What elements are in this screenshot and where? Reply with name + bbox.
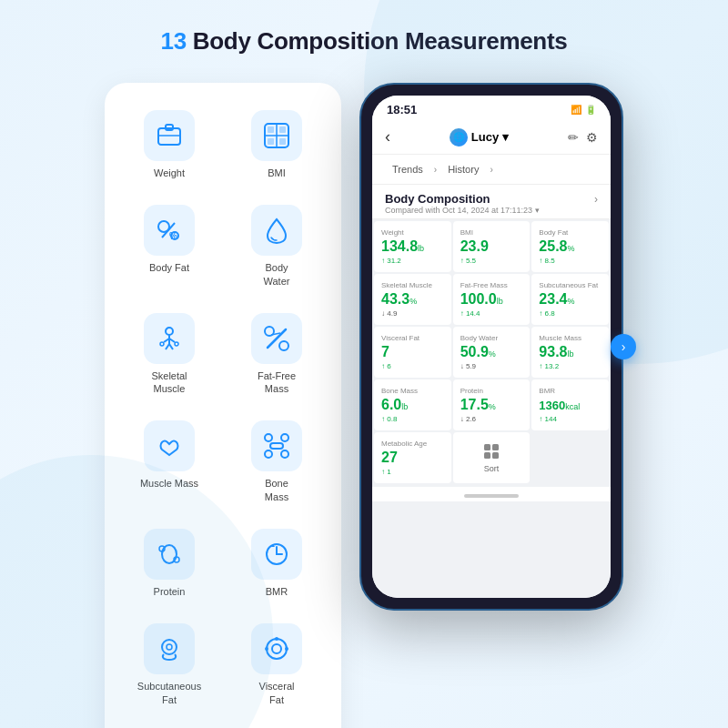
section-arrow[interactable]: › — [594, 193, 598, 206]
tab-bar: Trends › History › — [372, 155, 611, 185]
svg-rect-37 — [484, 452, 490, 459]
metric-muscle-mass[interactable]: Muscle Mass 93.8lb ↑ 13.2 — [531, 327, 609, 378]
svg-rect-36 — [492, 444, 499, 450]
svg-point-21 — [265, 450, 272, 458]
metric-bmr-value: 1360kcal — [539, 397, 602, 413]
weight-label: Weight — [154, 167, 185, 179]
user-info[interactable]: 🌐 Lucy ▾ — [450, 128, 509, 147]
metric-metabolic-age-change: ↑ 1 — [381, 468, 444, 476]
metric-subcutaneous-fat-change: ↑ 6.8 — [539, 309, 602, 318]
svg-rect-7 — [279, 126, 286, 133]
edit-icon[interactable]: ✏ — [568, 130, 579, 145]
battery-icon: 🔋 — [585, 105, 596, 115]
phone-screen: 18:51 📶 🔋 ‹ 🌐 Lucy ▾ — [372, 96, 611, 598]
svg-point-18 — [279, 341, 288, 350]
metric-body-fat[interactable]: Body Fat 25.8% ↑ 8.5 — [531, 221, 609, 272]
metric-bmr[interactable]: BMR 1360kcal ↑ 144 — [531, 379, 609, 430]
svg-point-22 — [281, 450, 288, 458]
phone-wrapper: 18:51 📶 🔋 ‹ 🌐 Lucy ▾ — [359, 83, 623, 611]
metric-bmi[interactable]: BMI 23.9 ↑ 5.5 — [453, 221, 531, 272]
metric-body-fat-label: Body Fat — [539, 228, 602, 237]
section-title: Body Composition — [385, 192, 490, 206]
icon-item-weight: Weight — [119, 101, 219, 188]
phone-mockup: 18:51 📶 🔋 ‹ 🌐 Lucy ▾ — [359, 83, 623, 611]
svg-point-32 — [285, 647, 288, 651]
icon-item-skeletal-muscle: SkeletalMuscle — [119, 304, 219, 405]
metric-muscle-mass-value: 93.8lb — [539, 344, 602, 360]
metric-metabolic-age[interactable]: Metabolic Age 27 ↑ 1 — [374, 432, 451, 483]
metric-weight-value: 134.8lb — [381, 238, 444, 255]
title-number: 13 — [161, 27, 187, 55]
metric-fat-free-mass-value: 100.0lb — [460, 291, 523, 308]
metric-visceral-fat-change: ↑ 6 — [381, 362, 444, 370]
metric-metabolic-age-value: 27 — [381, 450, 444, 466]
user-dropdown-arrow: ▾ — [502, 130, 509, 144]
metric-subcutaneous-fat-value: 23.4% — [539, 291, 602, 308]
metric-weight-change: ↑ 31.2 — [381, 257, 444, 265]
metric-weight-label: Weight — [381, 228, 444, 237]
metric-bmr-change: ↑ 144 — [539, 415, 602, 423]
dropdown-icon: ▾ — [535, 206, 540, 215]
skeletal-muscle-icon — [144, 313, 195, 364]
metric-body-water[interactable]: Body Water 50.9% ↓ 5.9 — [453, 327, 531, 378]
metric-bone-mass-value: 6.0lb — [381, 397, 444, 413]
metric-bone-mass-label: Bone Mass — [381, 387, 444, 395]
skeletal-muscle-label: SkeletalMuscle — [151, 369, 187, 396]
metric-fat-free-mass[interactable]: Fat-Free Mass 100.0lb ↑ 14.4 — [453, 274, 531, 325]
metric-protein-value: 17.5% — [460, 397, 523, 413]
metric-skeletal-muscle-change: ↓ 4.9 — [381, 309, 444, 318]
status-icons: 📶 🔋 — [571, 105, 596, 115]
svg-point-15 — [160, 342, 164, 346]
icon-item-body-water: BodyWater — [227, 196, 327, 297]
metric-body-fat-change: ↑ 8.5 — [539, 257, 602, 265]
icon-item-bone-mass: BoneMass — [227, 411, 327, 512]
tab-history[interactable]: History — [440, 160, 486, 178]
metrics-grid: Weight 134.8lb ↑ 31.2 BMI 23.9 ↑ 5.5 Bod… — [372, 219, 611, 432]
status-time: 18:51 — [387, 103, 417, 116]
svg-point-16 — [175, 342, 178, 346]
section-subtitle: Compared with Oct 14, 2024 at 17:11:23 ▾ — [385, 206, 598, 215]
icon-item-bmi: BMI — [227, 101, 327, 188]
metric-fat-free-mass-change: ↑ 14.4 — [460, 309, 523, 318]
tab-arrow-2: › — [490, 165, 492, 175]
metric-subcutaneous-fat[interactable]: Subcutaneous Fat 23.4% ↑ 6.8 — [531, 274, 609, 325]
svg-point-14 — [166, 328, 173, 335]
metric-protein[interactable]: Protein 17.5% ↓ 2.6 — [453, 379, 531, 430]
metric-body-water-label: Body Water — [460, 334, 523, 342]
user-name: Lucy — [471, 130, 499, 144]
metric-bmi-label: BMI — [460, 228, 523, 237]
bmi-label: BMI — [268, 167, 286, 179]
metrics-scroll[interactable]: Weight 134.8lb ↑ 31.2 BMI 23.9 ↑ 5.5 Bod… — [372, 219, 611, 598]
svg-rect-9 — [279, 138, 286, 145]
settings-icon[interactable]: ⚙ — [586, 130, 598, 145]
nav-bar: ‹ 🌐 Lucy ▾ ✏ ⚙ — [372, 120, 611, 155]
tab-arrow-1: › — [434, 165, 437, 175]
bmr-label: BMR — [266, 585, 288, 598]
metric-bmi-change: ↑ 5.5 — [460, 257, 523, 265]
metric-skeletal-muscle[interactable]: Skeletal Muscle 43.3% ↓ 4.9 — [374, 274, 451, 325]
sort-button[interactable]: Sort — [453, 432, 531, 483]
svg-point-30 — [272, 644, 281, 653]
fat-free-mass-icon — [251, 313, 302, 364]
bone-mass-icon — [251, 420, 302, 471]
metric-weight[interactable]: Weight 134.8lb ↑ 31.2 — [374, 221, 451, 272]
metric-bmi-value: 23.9 — [460, 238, 523, 255]
icon-item-body-fat: % Body Fat — [119, 196, 219, 297]
metric-bone-mass[interactable]: Bone Mass 6.0lb ↑ 0.8 — [374, 379, 451, 430]
body-water-icon — [251, 205, 302, 256]
tab-trends[interactable]: Trends — [385, 160, 430, 178]
svg-point-31 — [275, 637, 278, 641]
metric-protein-change: ↓ 2.6 — [460, 415, 523, 423]
svg-rect-23 — [270, 443, 283, 449]
metric-body-water-change: ↓ 5.9 — [460, 362, 523, 370]
next-arrow-button[interactable]: › — [611, 334, 636, 359]
body-fat-icon: % — [144, 205, 195, 256]
metric-fat-free-mass-label: Fat-Free Mass — [460, 281, 523, 289]
back-button[interactable]: ‹ — [385, 127, 390, 147]
page-container: 13 Body Composition Measurements Weight — [0, 0, 728, 728]
bmi-icon — [251, 110, 302, 161]
sort-label: Sort — [484, 464, 500, 473]
metric-visceral-fat[interactable]: Visceral Fat 7 ↑ 6 — [374, 327, 451, 378]
weight-icon — [144, 110, 195, 161]
metric-skeletal-muscle-label: Skeletal Muscle — [381, 281, 444, 289]
